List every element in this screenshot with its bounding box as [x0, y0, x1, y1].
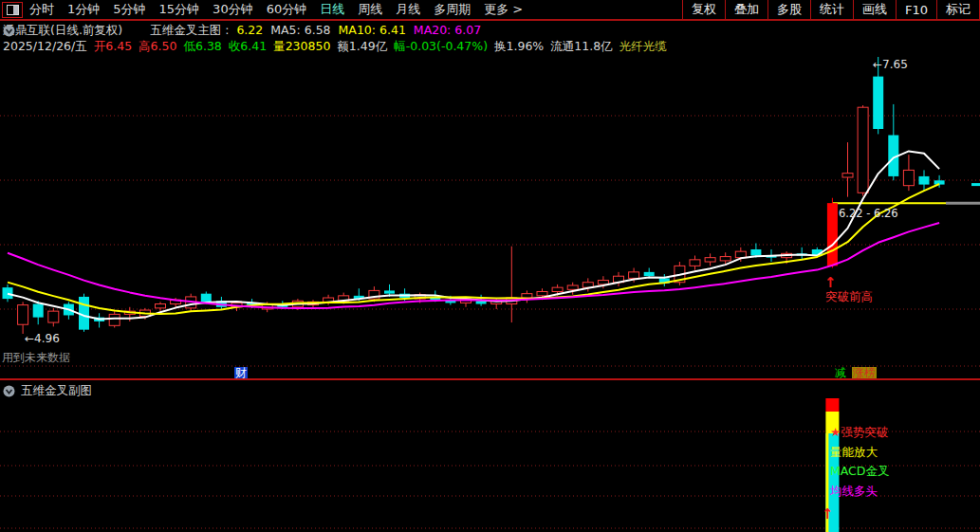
trading-app-window: 分时1分钟5分钟15分钟30分钟60分钟日线周线月线多周期更多 > 复权叠加多股…: [0, 0, 980, 532]
signal-label: 均线多头: [830, 485, 878, 498]
period-tab-60分钟[interactable]: 60分钟: [260, 1, 314, 18]
candle: [827, 203, 838, 266]
signal-arrow-icon: ↑: [822, 506, 834, 523]
signal-label: ★强势突破: [830, 426, 888, 439]
candle: [3, 287, 13, 299]
candle: [705, 258, 715, 262]
top-menu-bar: 分时1分钟5分钟15分钟30分钟60分钟日线周线月线多周期更多 > 复权叠加多股…: [0, 0, 980, 21]
indicator-segment: 6.22: [236, 23, 263, 39]
candle: [873, 77, 883, 129]
tool-统计[interactable]: 统计: [810, 0, 853, 19]
candle: [476, 301, 487, 303]
indicator-header-row: 通鼎互联(日线.前复权) 五维金叉主图 :6.22MA5: 6.58MA10: …: [3, 23, 481, 39]
indicator-segment: MA5: 6.58: [270, 23, 330, 39]
tool-多股[interactable]: 多股: [767, 0, 810, 19]
period-tab-1分钟[interactable]: 1分钟: [61, 1, 106, 18]
low-price-label: ←4.96: [25, 333, 60, 345]
candle: [384, 290, 395, 293]
ma-line-MA5: [8, 151, 939, 319]
stock-title: 通鼎互联(日线.前复权): [3, 23, 122, 39]
candle: [629, 272, 639, 279]
candle: [201, 294, 212, 303]
period-tab-30分钟[interactable]: 30分钟: [206, 1, 260, 18]
candle: [858, 107, 868, 193]
period-tab-月线[interactable]: 月线: [389, 1, 427, 18]
indicator-segment: MA10: 6.41: [339, 23, 406, 39]
breakout-range-label: 6.22 - 6.26: [839, 208, 898, 220]
candle: [156, 304, 166, 308]
candle: [522, 294, 532, 298]
tools-nav: 复权叠加多股统计画线F10标记: [682, 0, 980, 19]
period-tab-分时[interactable]: 分时: [23, 1, 61, 18]
period-nav: 分时1分钟5分钟15分钟30分钟60分钟日线周线月线多周期更多 >: [23, 0, 529, 19]
signal-bar-segment: [825, 398, 839, 412]
collapse-main-icon[interactable]: [130, 25, 142, 37]
candle: [919, 176, 930, 185]
candle: [690, 260, 700, 266]
tool-标记[interactable]: 标记: [936, 0, 980, 19]
tool-画线[interactable]: 画线: [853, 0, 896, 19]
candle: [552, 287, 563, 291]
candle: [750, 249, 761, 256]
breakout-annotation: 突破前高: [825, 290, 873, 303]
candle: [537, 291, 547, 295]
panel-separator: [0, 378, 980, 380]
candle: [842, 174, 853, 177]
candle: [934, 180, 945, 184]
high-price-label: ←7.65: [873, 59, 908, 71]
candle: [735, 251, 746, 258]
period-tab-15分钟[interactable]: 15分钟: [153, 1, 207, 18]
tool-F10[interactable]: F10: [896, 0, 936, 19]
tool-复权[interactable]: 复权: [682, 0, 725, 19]
indicator-segment: MA20: 6.07: [414, 23, 481, 39]
candle: [903, 170, 914, 185]
indicator-values: 五维金叉主图 :6.22MA5: 6.58MA10: 6.41MA20: 6.0…: [150, 23, 481, 39]
candle: [33, 304, 44, 318]
period-tab-多周期[interactable]: 多周期: [427, 1, 477, 18]
candle: [644, 272, 655, 276]
future-data-note: 用到未来数据: [2, 352, 70, 364]
window-layout-icon[interactable]: [2, 2, 23, 18]
indicator-segment: 五维金叉主图 :: [150, 23, 229, 39]
period-tab-日线[interactable]: 日线: [313, 1, 351, 18]
candle: [18, 305, 28, 325]
ma-line-MA10: [8, 184, 939, 314]
period-tab-5分钟[interactable]: 5分钟: [106, 1, 152, 18]
period-tab-周线[interactable]: 周线: [351, 1, 389, 18]
candle: [48, 311, 59, 322]
period-tab-更多 >[interactable]: 更多 >: [477, 1, 529, 18]
signal-label: MACD金叉: [830, 465, 889, 478]
candle: [109, 314, 120, 325]
signal-label: 量能放大: [830, 446, 878, 459]
candle: [720, 257, 730, 261]
tool-叠加[interactable]: 叠加: [725, 0, 767, 19]
ma-line-MA20: [8, 223, 939, 308]
candle: [567, 285, 578, 289]
main-candle-chart[interactable]: [0, 52, 980, 367]
